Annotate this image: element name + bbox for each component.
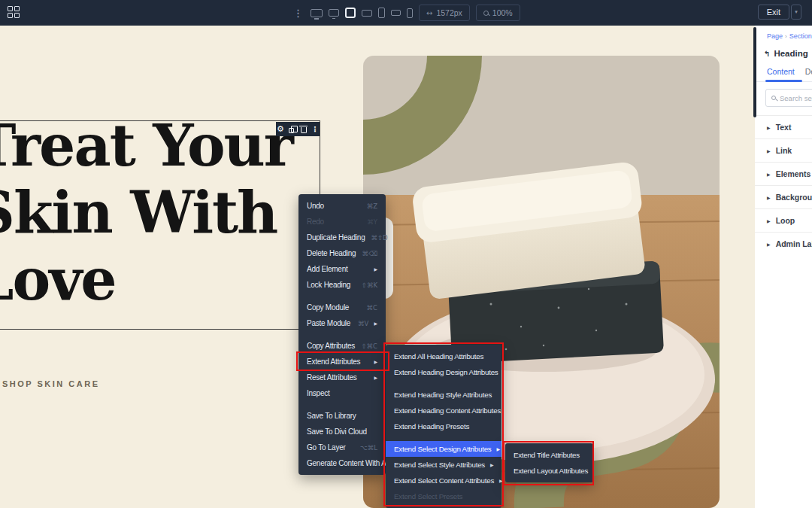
module-options-dots-icon[interactable]: ⋮ [311, 125, 319, 133]
menu-item-paste-module[interactable]: Paste Module ⌘V ▶ [298, 315, 386, 331]
panel-title: ↰ Heading [764, 49, 808, 58]
zoom-level-input[interactable]: 100% [476, 5, 520, 21]
submenu-arrow-icon: ▶ [499, 478, 503, 483]
viewport-width-input[interactable]: ↔ 1572px [419, 5, 470, 21]
exit-dropdown-caret[interactable]: ▾ [791, 5, 801, 20]
sidebar-section-background[interactable]: ▶ Background [755, 185, 812, 208]
accordion-arrow-icon: ▶ [767, 172, 771, 177]
device-phone-small-icon[interactable] [407, 8, 413, 18]
sidebar-scrollbar[interactable] [753, 27, 756, 117]
width-arrows-icon: ↔ [426, 9, 432, 17]
settings-search-box[interactable] [765, 89, 812, 107]
sidebar-section-loop[interactable]: ▶ Loop [755, 208, 812, 232]
heading-module[interactable]: Treat Your Skin With Love ⚙ ⋮ [0, 120, 320, 330]
accordion-arrow-icon: ▶ [767, 218, 771, 224]
menu-item-extend-attributes[interactable]: Extend Attributes ▶ [298, 354, 386, 370]
device-tablet-icon[interactable] [362, 10, 372, 17]
submenu-item-extend-select-content[interactable]: Extend Select Content Attributes ▶ [386, 473, 501, 488]
device-desktop-icon[interactable] [329, 9, 339, 17]
menu-item-delete-heading[interactable]: Delete Heading ⌘⌫ [298, 245, 386, 261]
accordion-arrow-icon: ▶ [767, 125, 771, 130]
accordion-arrow-icon: ▶ [767, 148, 771, 154]
sidebar-section-link[interactable]: ▶ Link [755, 138, 812, 162]
menu-item-lock-heading[interactable]: Lock Heading ⇧⌘K [298, 277, 386, 293]
drag-handle-icon[interactable]: ⋮ [293, 8, 303, 19]
settings-sidebar: Page›Section ↰ Heading Content Design ▶ … [755, 26, 812, 508]
active-tab-underline [765, 80, 802, 82]
menu-item-reset-attributes[interactable]: Reset Attributes ▶ [298, 370, 386, 385]
extend-attributes-submenu: Extend All Heading Attributes Extend Hea… [386, 345, 501, 508]
submenu-item-extend-select-presets: Extend Select Presets [386, 488, 501, 504]
device-desktop-large-icon[interactable] [311, 9, 323, 17]
zoom-magnifier-icon [483, 11, 489, 16]
tab-content[interactable]: Content [767, 67, 795, 76]
menu-item-save-to-library[interactable]: Save To Library [298, 408, 386, 424]
submenu-arrow-icon: ▶ [374, 375, 377, 380]
submenu-item-extend-heading-presets[interactable]: Extend Heading Presets [386, 418, 501, 434]
module-action-toolbar: ⚙ ⋮ [276, 122, 320, 136]
device-phone-portrait-icon[interactable] [378, 8, 385, 18]
submenu-item-extend-select-design[interactable]: Extend Select Design Attributes ▶ [386, 441, 501, 457]
submenu-item-extend-heading-style[interactable]: Extend Heading Style Attributes [386, 387, 501, 403]
accordion-arrow-icon: ▶ [767, 195, 771, 200]
module-duplicate-icon[interactable] [289, 128, 294, 133]
tab-design[interactable]: Design [805, 67, 812, 76]
submenu-item-extend-select-style[interactable]: Extend Select Style Attributes ▶ [386, 457, 501, 473]
device-tablet-landscape-icon-active[interactable] [345, 8, 356, 18]
select-design-subsubmenu: Extend Title Attributes Extend Layout At… [505, 443, 593, 482]
exit-button[interactable]: Exit [758, 5, 789, 20]
menu-item-generate-content-ai[interactable]: Generate Content With AI [298, 455, 386, 471]
subsubmenu-item-extend-layout[interactable]: Extend Layout Attributes [505, 463, 593, 479]
module-delete-trash-icon[interactable] [301, 127, 307, 133]
menu-item-redo: Redo ⌘Y [298, 214, 386, 230]
device-phone-landscape-icon[interactable] [391, 10, 401, 16]
builder-top-bar: ⋮ ↔ 1572px 100% Exit ▾ [0, 0, 812, 26]
breadcrumb-section-link[interactable]: Section [789, 32, 812, 40]
sidebar-section-text[interactable]: ▶ Text [755, 115, 812, 138]
menu-item-save-to-divi-cloud[interactable]: Save To Divi Cloud [298, 424, 386, 440]
menu-item-go-to-layer[interactable]: Go To Layer ⌥⌘L [298, 440, 386, 455]
submenu-arrow-icon: ▶ [490, 462, 494, 467]
accordion-arrow-icon: ▶ [767, 242, 771, 247]
search-icon [771, 96, 776, 100]
breadcrumb-separator: › [785, 33, 787, 40]
submenu-item-extend-heading-design[interactable]: Extend Heading Design Attributes [386, 364, 501, 380]
menu-item-inspect[interactable]: Inspect [298, 385, 386, 401]
submenu-item-extend-all-heading[interactable]: Extend All Heading Attributes [386, 348, 501, 364]
submenu-arrow-icon: ▶ [374, 266, 377, 272]
eyebrow-text: SHOP SKIN CARE [2, 379, 100, 388]
menu-item-copy-module[interactable]: Copy Module ⌘C [298, 300, 386, 315]
menu-item-duplicate-heading[interactable]: Duplicate Heading ⌘⇧D [298, 230, 386, 245]
module-settings-gear-icon[interactable]: ⚙ [277, 125, 284, 133]
subsubmenu-item-extend-title[interactable]: Extend Title Attributes [505, 447, 593, 463]
search-input[interactable] [780, 94, 812, 102]
submenu-arrow-icon: ▶ [374, 359, 377, 364]
breadcrumb-page-link[interactable]: Page [767, 32, 783, 40]
sidebar-section-admin-label[interactable]: ▶ Admin Label [755, 232, 812, 255]
menu-item-undo[interactable]: Undo ⌘Z [298, 198, 386, 214]
viewport-width-value: 1572px [436, 8, 462, 17]
submenu-item-extend-heading-content[interactable]: Extend Heading Content Attributes [386, 403, 501, 418]
breadcrumb: Page›Section [767, 32, 812, 40]
zoom-level-value: 100% [492, 8, 513, 17]
menu-item-add-element[interactable]: Add Element ▶ [298, 261, 386, 277]
submenu-arrow-icon: ▶ [496, 446, 500, 452]
submenu-arrow-icon: ▶ [374, 321, 377, 326]
layers-grid-icon[interactable] [8, 6, 21, 20]
back-arrow-icon[interactable]: ↰ [764, 50, 770, 58]
sidebar-section-elements[interactable]: ▶ Elements [755, 162, 812, 185]
menu-item-copy-attributes[interactable]: Copy Attributes ⇧⌘C [298, 338, 386, 354]
context-menu: Undo ⌘Z Redo ⌘Y Duplicate Heading ⌘⇧D De… [298, 194, 386, 475]
